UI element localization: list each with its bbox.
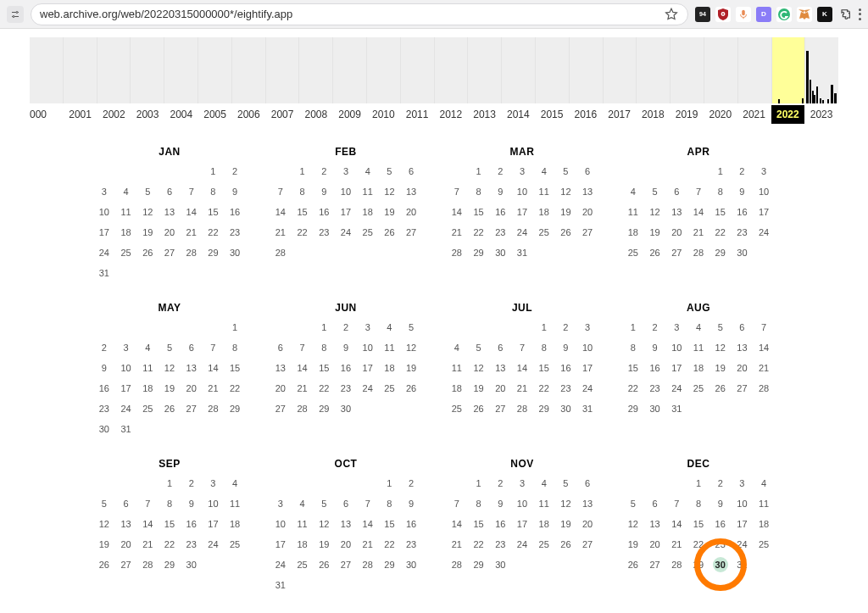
calendar-day[interactable]: 13 [665, 207, 687, 217]
calendar-day[interactable]: 25 [622, 248, 644, 258]
calendar-day[interactable]: 5 [159, 343, 181, 353]
calendar-day[interactable]: 26 [468, 404, 490, 414]
calendar-day[interactable]: 15 [687, 519, 709, 529]
calendar-day[interactable]: 22 [709, 227, 732, 237]
calendar-day[interactable]: 6 [665, 187, 687, 197]
calendar-day[interactable]: 23 [335, 383, 357, 393]
calendar-day[interactable]: 21 [687, 227, 709, 237]
calendar-day[interactable]: 24 [270, 560, 292, 570]
calendar-day[interactable]: 24 [93, 248, 115, 258]
calendar-day[interactable]: 6 [732, 322, 754, 332]
calendar-day[interactable]: 29 [533, 404, 555, 414]
address-bar[interactable]: web.archive.org/web/20220315000000*/eigh… [31, 3, 688, 25]
timeline-year-label[interactable]: 2020 [704, 105, 737, 124]
calendar-day[interactable]: 5 [93, 499, 115, 509]
calendar-day[interactable]: 24 [203, 539, 225, 549]
calendar-day[interactable]: 11 [136, 363, 159, 373]
calendar-day[interactable]: 2 [709, 478, 732, 488]
calendar-day[interactable]: 28 [446, 248, 468, 258]
calendar-day[interactable]: 9 [644, 343, 666, 353]
calendar-day[interactable]: 28 [665, 560, 687, 570]
timeline-year-label[interactable]: 2017 [603, 105, 637, 124]
timeline-year-slot[interactable] [569, 37, 603, 103]
calendar-day[interactable]: 1 [203, 166, 225, 176]
calendar-day[interactable]: 20 [732, 363, 754, 373]
timeline-year-slot[interactable] [366, 37, 400, 103]
calendar-day[interactable]: 6 [400, 166, 422, 176]
calendar-day[interactable]: 26 [400, 383, 422, 393]
calendar-day[interactable]: 14 [446, 519, 468, 529]
calendar-day[interactable]: 11 [533, 499, 555, 509]
calendar-day[interactable]: 6 [159, 187, 181, 197]
calendar-day[interactable]: 4 [687, 322, 709, 332]
calendar-day[interactable]: 29 [313, 404, 335, 414]
calendar-day[interactable]: 18 [357, 207, 379, 217]
calendar-day[interactable]: 6 [335, 499, 357, 509]
calendar-day[interactable]: 23 [644, 383, 666, 393]
calendar-day[interactable]: 31 [93, 268, 115, 278]
timeline-year-label[interactable]: 2021 [737, 105, 771, 124]
calendar-day[interactable]: 27 [181, 404, 203, 414]
extension-k-icon[interactable]: K [817, 7, 832, 22]
calendar-day[interactable]: 11 [753, 499, 775, 509]
calendar-day[interactable]: 13 [181, 363, 203, 373]
calendar-day[interactable]: 19 [136, 227, 159, 237]
calendar-day[interactable]: 10 [335, 187, 357, 197]
calendar-day[interactable]: 14 [753, 343, 775, 353]
calendar-day[interactable]: 14 [357, 519, 379, 529]
calendar-day[interactable]: 13 [732, 343, 754, 353]
calendar-day[interactable]: 14 [136, 519, 159, 529]
calendar-day[interactable]: 4 [533, 478, 555, 488]
calendar-day[interactable]: 19 [555, 519, 577, 529]
calendar-day[interactable]: 3 [203, 478, 225, 488]
calendar-day[interactable]: 31 [270, 580, 292, 590]
calendar-day[interactable]: 23 [400, 539, 422, 549]
calendar-day[interactable]: 4 [753, 478, 775, 488]
timeline-year-label[interactable]: 2012 [434, 105, 468, 124]
timeline-year-label[interactable]: 2009 [333, 105, 367, 124]
calendar-day[interactable]: 7 [446, 187, 468, 197]
calendar-day[interactable]: 16 [335, 363, 357, 373]
calendar-day[interactable]: 8 [159, 499, 181, 509]
calendar-day[interactable]: 29 [468, 248, 490, 258]
calendar-day[interactable]: 16 [224, 207, 246, 217]
calendar-day[interactable]: 12 [313, 519, 335, 529]
calendar-day[interactable]: 4 [357, 166, 379, 176]
calendar-day[interactable]: 10 [203, 499, 225, 509]
calendar-day[interactable]: 9 [313, 187, 335, 197]
calendar-day[interactable]: 22 [224, 383, 246, 393]
calendar-day[interactable]: 22 [468, 227, 490, 237]
calendar-day[interactable]: 5 [555, 166, 577, 176]
timeline-chart[interactable] [30, 37, 838, 103]
calendar-day[interactable]: 8 [224, 343, 246, 353]
calendar-day[interactable]: 19 [159, 383, 181, 393]
calendar-day[interactable]: 4 [622, 187, 644, 197]
calendar-day[interactable]: 25 [292, 560, 314, 570]
calendar-day[interactable]: 18 [687, 363, 709, 373]
calendar-day[interactable]: 1 [313, 322, 335, 332]
calendar-day[interactable]: 5 [379, 166, 401, 176]
calendar-day[interactable]: 15 [203, 207, 225, 217]
calendar-day[interactable]: 4 [115, 187, 137, 197]
calendar-day[interactable]: 20 [159, 227, 181, 237]
calendar-day[interactable]: 22 [159, 539, 181, 549]
calendar-day[interactable]: 16 [709, 519, 732, 529]
extension-metamask-icon[interactable] [797, 7, 812, 22]
calendar-day[interactable]: 6 [576, 478, 598, 488]
calendar-day[interactable]: 20 [400, 207, 422, 217]
calendar-day[interactable]: 27 [665, 248, 687, 258]
timeline-year-label[interactable]: 2004 [164, 105, 198, 124]
calendar-day[interactable]: 7 [511, 343, 533, 353]
timeline-year-slot[interactable] [30, 37, 63, 103]
calendar-day[interactable]: 25 [379, 383, 401, 393]
timeline-year-label[interactable]: 2013 [468, 105, 502, 124]
timeline-year-label[interactable]: 2010 [367, 105, 401, 124]
calendar-day[interactable]: 9 [335, 343, 357, 353]
calendar-day[interactable]: 18 [622, 227, 644, 237]
calendar-day[interactable]: 1 [224, 322, 246, 332]
calendar-day[interactable]: 3 [115, 343, 137, 353]
calendar-day[interactable]: 19 [555, 207, 577, 217]
calendar-day[interactable]: 24 [665, 383, 687, 393]
calendar-day[interactable]: 29 [224, 404, 246, 414]
calendar-day[interactable]: 6 [489, 343, 511, 353]
